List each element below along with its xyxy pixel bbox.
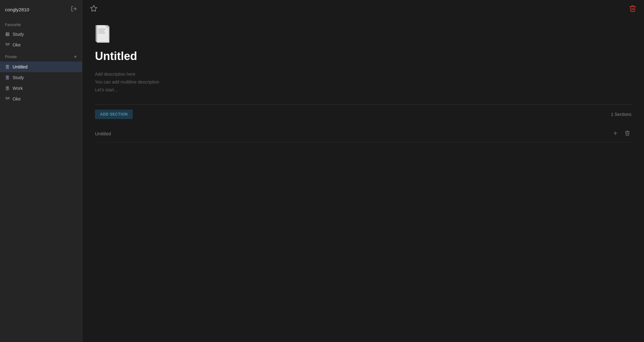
book-icon-study	[5, 75, 10, 80]
svg-rect-2	[6, 32, 6, 36]
page-title: Untitled	[95, 50, 631, 63]
add-section-row: ADD SECTION 1 Sections	[95, 104, 631, 119]
description-area: Add description here You can add multili…	[95, 70, 631, 94]
svg-rect-4	[6, 65, 6, 69]
svg-rect-22	[98, 33, 105, 33]
squiggle-icon	[5, 42, 10, 47]
main-area: Untitled Add description here You can ad…	[82, 0, 644, 342]
add-section-button[interactable]: ADD SECTION	[95, 110, 133, 119]
sections-list: Untitled	[95, 125, 631, 142]
favourite-star-icon[interactable]	[90, 5, 97, 14]
book-icon	[5, 32, 10, 37]
description-line2: You can add multiline description	[95, 78, 631, 86]
svg-rect-19	[96, 25, 97, 41]
sidebar-item-priv-work[interactable]: Work	[0, 83, 82, 94]
sections-count: 1 Sections	[611, 112, 631, 117]
sidebar-username: congly2810	[5, 7, 29, 12]
priv-oke-label: Oke	[13, 96, 21, 101]
svg-rect-5	[7, 66, 8, 66]
private-section-label: Private +	[0, 50, 82, 62]
sidebar: congly2810 Favourite Study Ok	[0, 0, 82, 342]
book-icon-work	[5, 86, 10, 91]
favourite-section-label: Favourite	[0, 19, 82, 29]
svg-rect-14	[7, 88, 8, 88]
description-line3: Let's start...	[95, 86, 631, 94]
sidebar-item-fav-oke[interactable]: Oke	[0, 40, 82, 50]
svg-rect-10	[7, 77, 8, 78]
svg-marker-15	[91, 5, 97, 11]
delete-notebook-icon[interactable]	[629, 5, 636, 14]
fav-study-label: Study	[13, 32, 24, 37]
sidebar-item-fav-study[interactable]: Study	[0, 29, 82, 40]
svg-rect-8	[6, 75, 6, 79]
priv-work-label: Work	[13, 86, 23, 91]
add-item-to-section-button[interactable]	[611, 129, 619, 138]
svg-rect-21	[98, 31, 104, 31]
sidebar-item-priv-oke[interactable]: Oke	[0, 94, 82, 104]
delete-section-button[interactable]	[623, 129, 631, 138]
priv-untitled-label: Untitled	[13, 64, 27, 69]
description-line1: Add description here	[95, 70, 631, 78]
svg-rect-13	[7, 87, 8, 87]
logout-icon[interactable]	[71, 6, 77, 14]
svg-rect-9	[7, 76, 8, 77]
main-content: Untitled Add description here You can ad…	[82, 19, 644, 342]
svg-rect-12	[6, 86, 6, 90]
svg-rect-6	[7, 67, 8, 67]
squiggle-icon-priv	[5, 96, 10, 101]
section-name: Untitled	[95, 131, 611, 136]
svg-rect-20	[98, 29, 106, 30]
sidebar-item-priv-untitled[interactable]: Untitled	[0, 62, 82, 72]
fav-oke-label: Oke	[13, 42, 21, 47]
add-private-button[interactable]: +	[74, 54, 77, 60]
sidebar-item-priv-study[interactable]: Study	[0, 72, 82, 83]
sidebar-header: congly2810	[0, 0, 82, 19]
priv-study-label: Study	[13, 75, 24, 80]
notebook-icon-large	[95, 25, 631, 45]
table-row: Untitled	[95, 125, 631, 142]
book-icon-untitled	[5, 64, 10, 69]
main-topbar	[82, 0, 644, 19]
section-actions	[611, 129, 631, 138]
